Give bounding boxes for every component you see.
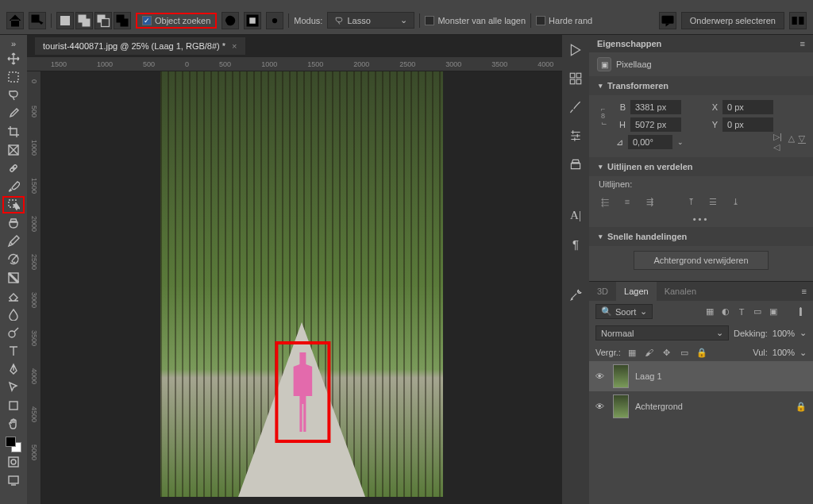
align-right-icon[interactable]: ⇶ bbox=[643, 195, 656, 208]
align-vcenter-icon[interactable]: ☰ bbox=[707, 195, 719, 208]
hard-edge-checkbox[interactable]: Harde rand bbox=[536, 16, 592, 25]
shape-tool[interactable] bbox=[2, 397, 25, 414]
svg-rect-8 bbox=[250, 17, 256, 24]
fg-bg-colors[interactable] bbox=[6, 437, 21, 452]
layer-row[interactable]: 👁 Achtergrond 🔒 bbox=[589, 391, 813, 421]
tool-preset-icon[interactable] bbox=[29, 12, 46, 29]
align-header[interactable]: Uitlijnen en verdelen bbox=[589, 157, 813, 176]
refresh-icon[interactable] bbox=[222, 12, 239, 29]
close-tab-icon[interactable]: × bbox=[232, 41, 237, 51]
gear-icon[interactable] bbox=[266, 12, 283, 29]
canvas[interactable] bbox=[41, 71, 562, 504]
filter-type-icon[interactable]: T bbox=[735, 306, 748, 317]
frame-tool[interactable] bbox=[2, 141, 25, 159]
clone-stamp-tool[interactable] bbox=[2, 214, 25, 232]
filter-pixel-icon[interactable]: ▦ bbox=[703, 306, 716, 317]
history-brush-tool[interactable] bbox=[2, 251, 25, 268]
panel-menu-icon[interactable]: ≡ bbox=[800, 39, 805, 48]
add-selection-icon[interactable] bbox=[75, 12, 93, 29]
options-bar: Object zoeken Modus: Lasso ⌄ Monster van… bbox=[0, 6, 813, 35]
lock-artboard-icon[interactable]: ▭ bbox=[678, 347, 691, 358]
lock-position-icon[interactable]: ✥ bbox=[661, 347, 673, 358]
select-subject-button[interactable]: Onderwerp selecteren bbox=[681, 12, 784, 29]
brush-panel-icon[interactable] bbox=[568, 100, 584, 114]
tools-panel-icon[interactable] bbox=[568, 287, 584, 302]
swatches-icon[interactable] bbox=[568, 71, 584, 86]
modus-select[interactable]: Lasso ⌄ bbox=[327, 12, 414, 29]
screenmode-icon[interactable] bbox=[2, 471, 25, 489]
quickmask-icon[interactable] bbox=[2, 453, 25, 471]
transform-header[interactable]: Transformeren bbox=[589, 76, 813, 95]
crop-tool[interactable] bbox=[2, 123, 25, 140]
object-finder-checkbox[interactable]: Object zoeken bbox=[136, 13, 217, 29]
brush-tool[interactable] bbox=[2, 178, 25, 195]
remove-bg-button[interactable]: Achtergrond verwijderen bbox=[634, 251, 768, 270]
ruler-vertical: 0500100015002000250030003500400045005000 bbox=[27, 71, 41, 504]
layer-row[interactable]: 👁 Laag 1 bbox=[589, 361, 813, 391]
path-select-tool[interactable] bbox=[2, 379, 25, 396]
filter-toggle-icon[interactable]: ⏽ bbox=[794, 306, 807, 317]
pencil-tool[interactable] bbox=[2, 233, 25, 250]
healing-tool[interactable] bbox=[2, 160, 25, 177]
intersect-selection-icon[interactable] bbox=[114, 12, 131, 29]
filter-shape-icon[interactable]: ▭ bbox=[751, 306, 764, 317]
pen-tool[interactable] bbox=[2, 360, 25, 378]
move-tool[interactable] bbox=[2, 50, 25, 67]
type-tool[interactable] bbox=[2, 342, 25, 360]
opacity-value[interactable]: 100% bbox=[773, 329, 795, 338]
width-input[interactable] bbox=[630, 100, 681, 114]
height-input[interactable] bbox=[630, 117, 681, 132]
dodge-tool[interactable] bbox=[2, 324, 25, 341]
hand-tool[interactable] bbox=[2, 415, 25, 433]
tab-3d[interactable]: 3D bbox=[589, 282, 616, 301]
document-tab[interactable]: tourist-4400871.jpg @ 25% (Laag 1, RGB/8… bbox=[35, 37, 245, 55]
filter-adjust-icon[interactable]: ◐ bbox=[719, 306, 732, 317]
visibility-icon[interactable]: 👁 bbox=[595, 371, 607, 381]
quick-actions-header[interactable]: Snelle handelingen bbox=[589, 227, 813, 246]
angle-input[interactable] bbox=[628, 135, 672, 149]
object-selection-tool[interactable] bbox=[2, 196, 25, 214]
blur-tool[interactable] bbox=[2, 306, 25, 323]
collapse-icon[interactable]: » bbox=[2, 38, 25, 49]
clone-panel-icon[interactable] bbox=[568, 157, 584, 171]
lock-all-icon[interactable]: 🔒 bbox=[695, 347, 708, 358]
x-input[interactable] bbox=[722, 100, 773, 114]
sample-all-checkbox[interactable]: Monster van alle lagen bbox=[425, 16, 526, 25]
y-input[interactable] bbox=[722, 117, 773, 132]
tab-layers[interactable]: Lagen bbox=[616, 282, 657, 301]
lock-label: Vergr.: bbox=[595, 348, 621, 357]
layer-filter-select[interactable]: 🔍 Soort ⌄ bbox=[595, 304, 653, 319]
lock-paint-icon[interactable]: 🖌 bbox=[643, 347, 656, 358]
navigator-icon[interactable] bbox=[568, 43, 584, 57]
gradient-tool[interactable] bbox=[2, 269, 25, 287]
paragraph-icon[interactable]: ¶ bbox=[568, 237, 584, 251]
flip-v-icon[interactable]: ▷|◁ bbox=[791, 136, 803, 148]
panel-menu-icon[interactable]: ≡ bbox=[796, 282, 813, 301]
lock-transparency-icon[interactable]: ▦ bbox=[626, 347, 638, 358]
character-icon[interactable]: A| bbox=[568, 208, 584, 222]
align-top-icon[interactable]: ⤒ bbox=[684, 195, 697, 208]
align-left-icon[interactable]: ⬱ bbox=[599, 195, 611, 208]
blend-mode-select[interactable]: Normaal⌄ bbox=[595, 325, 729, 340]
more-icon[interactable]: ••• bbox=[589, 211, 813, 227]
filter-smart-icon[interactable]: ▣ bbox=[767, 306, 780, 317]
fill-value[interactable]: 100% bbox=[773, 348, 795, 357]
marquee-tool[interactable] bbox=[2, 68, 25, 86]
link-wh-icon[interactable]: ⌐8⌙ bbox=[599, 106, 610, 127]
lasso-tool[interactable] bbox=[2, 87, 25, 104]
overlay-icon[interactable] bbox=[244, 12, 261, 29]
tab-channels[interactable]: Kanalen bbox=[657, 282, 704, 301]
adjustments-icon[interactable] bbox=[568, 129, 584, 143]
eraser-tool[interactable] bbox=[2, 287, 25, 305]
new-selection-icon[interactable] bbox=[56, 12, 74, 29]
flip-h-icon[interactable]: ▷|◁ bbox=[773, 136, 786, 148]
mask-options-icon[interactable] bbox=[789, 12, 807, 29]
align-bottom-icon[interactable]: ⤓ bbox=[729, 195, 742, 208]
align-hcenter-icon[interactable]: ≡ bbox=[621, 195, 634, 208]
feedback-icon[interactable] bbox=[659, 12, 676, 29]
eyedropper-tool[interactable] bbox=[2, 105, 25, 122]
subtract-selection-icon[interactable] bbox=[94, 12, 112, 29]
home-icon[interactable] bbox=[6, 12, 24, 29]
layer-filter-row: 🔍 Soort ⌄ ▦ ◐ T ▭ ▣ ⏽ bbox=[589, 301, 813, 322]
visibility-icon[interactable]: 👁 bbox=[595, 402, 607, 411]
